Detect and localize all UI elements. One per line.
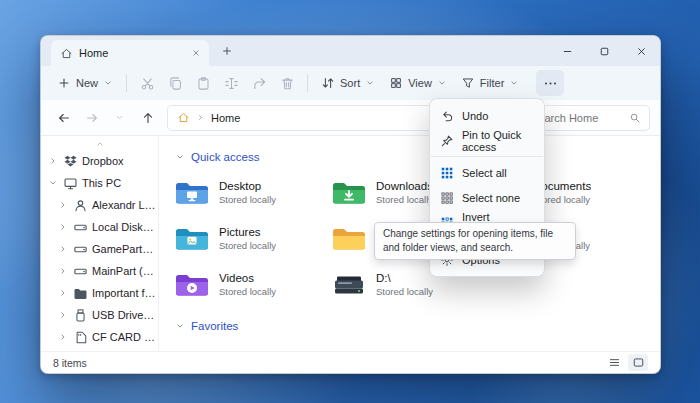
view-button-label: View — [408, 77, 432, 89]
sidebar-item-label: Dropbox — [82, 155, 124, 167]
sidebar-item-mainpart-f[interactable]: MainPart (F:) — [41, 260, 158, 282]
chevron-icon — [58, 332, 69, 342]
drive-icon — [73, 242, 88, 257]
forward-button[interactable] — [79, 105, 104, 130]
sidebar-item-this-pc[interactable]: This PC — [41, 172, 158, 194]
file-meta: Videos Stored locally — [219, 271, 276, 297]
chevron-icon — [58, 200, 69, 210]
file-item-pictures[interactable]: Pictures Stored locally — [175, 220, 332, 257]
favorites-header[interactable]: Favorites — [175, 317, 646, 335]
sort-button-label: Sort — [340, 77, 360, 89]
breadcrumb[interactable]: Home — [211, 112, 240, 124]
window-controls — [549, 36, 660, 66]
sidebar-scroll-up[interactable] — [41, 138, 158, 150]
menu-item-label: Select none — [462, 192, 520, 204]
sidebar-item-important-files[interactable]: Important files — [41, 282, 158, 304]
menu-item-undo[interactable]: Undo — [434, 103, 540, 128]
chevron-icon — [58, 266, 69, 276]
drive-icon — [73, 264, 88, 279]
maximize-icon — [598, 45, 611, 58]
search-icon — [629, 112, 641, 124]
sidebar-item-label: CF CARD 2 (J:) — [92, 331, 156, 343]
sidebar-item-label: MainPart (F:) — [92, 265, 156, 277]
file-subtitle: Stored locally — [376, 286, 433, 298]
dropbox-icon — [63, 154, 78, 169]
sidebar-item-user-folder[interactable]: Alexandr Lukas — [41, 194, 158, 216]
tab-close-button[interactable] — [187, 45, 204, 62]
file-meta: Desktop Stored locally — [219, 179, 276, 205]
section-title: Favorites — [191, 320, 238, 332]
chevron-icon — [58, 310, 69, 320]
recent-locations-button[interactable] — [107, 105, 132, 130]
share-button[interactable] — [245, 70, 273, 96]
view-button[interactable]: View — [382, 70, 454, 96]
arrow-up-icon — [141, 111, 155, 125]
options-tooltip: Change settings for opening items, file … — [374, 222, 576, 260]
file-explorer-window: Home New Sort View — [40, 35, 661, 374]
chevron-icon — [48, 178, 59, 188]
sidebar-list: Dropbox This PC Alexandr Lukas Local Dis… — [41, 150, 158, 348]
close-button[interactable] — [623, 36, 660, 66]
undo-icon — [440, 109, 454, 123]
arrow-left-icon — [57, 111, 71, 125]
toolbar-separator — [307, 74, 308, 92]
sort-button[interactable]: Sort — [314, 70, 382, 96]
sidebar-item-label: USB Drive (H:) — [92, 309, 156, 321]
share-icon — [252, 76, 267, 91]
sidebar-item-label: This PC — [82, 177, 121, 189]
new-button-label: New — [76, 77, 98, 89]
file-item-desktop[interactable]: Desktop Stored locally — [175, 174, 332, 211]
pictures-folder-icon — [175, 226, 209, 252]
rename-button[interactable] — [217, 70, 245, 96]
cut-button[interactable] — [133, 70, 161, 96]
paste-icon — [196, 76, 211, 91]
minimize-button[interactable] — [549, 36, 586, 66]
menu-item-pin-to-quick-access[interactable]: Pin to Quick access — [434, 128, 540, 153]
desktop-folder-icon — [175, 180, 209, 206]
sidebar-item-dropbox[interactable]: Dropbox — [41, 150, 158, 172]
file-name: Videos — [219, 271, 276, 285]
file-meta: Downloads Stored locally — [376, 179, 433, 205]
up-button[interactable] — [135, 105, 160, 130]
copy-icon — [168, 76, 183, 91]
menu-item-select-none[interactable]: Select none — [434, 185, 540, 210]
videos-folder-icon — [175, 272, 209, 298]
chevron-down-icon — [365, 78, 375, 88]
new-button[interactable]: New — [50, 70, 120, 96]
file-item-videos[interactable]: Videos Stored locally — [175, 266, 332, 303]
downloads-folder-icon — [332, 180, 366, 206]
tab-home[interactable]: Home — [51, 40, 209, 66]
quick-access-header[interactable]: Quick access — [175, 148, 646, 166]
copy-button[interactable] — [161, 70, 189, 96]
thumbnails-view-button[interactable] — [628, 354, 648, 371]
minimize-icon — [561, 45, 574, 58]
see-more-button[interactable] — [536, 70, 564, 96]
sidebar-item-gamepart-e[interactable]: GamePart (E:) — [41, 238, 158, 260]
details-view-button[interactable] — [604, 354, 624, 371]
sidebar-item-cf-card-j[interactable]: CF CARD 2 (J:) — [41, 326, 158, 348]
arrow-right-icon — [85, 111, 99, 125]
chevron-icon — [58, 222, 69, 232]
filter-button[interactable]: Filter — [454, 70, 526, 96]
delete-button[interactable] — [273, 70, 301, 96]
file-meta: Pictures Stored locally — [219, 225, 276, 251]
chevron-down-icon — [509, 78, 519, 88]
file-name: D:\ — [376, 271, 433, 285]
plus-icon — [57, 76, 71, 90]
back-button[interactable] — [51, 105, 76, 130]
chevron-down-icon — [114, 112, 125, 123]
drive-icon — [73, 220, 88, 235]
sidebar-item-usb-drive-h[interactable]: USB Drive (H:) — [41, 304, 158, 326]
sidebar-item-label: GamePart (E:) — [92, 243, 156, 255]
thumbnails-view-icon — [632, 356, 645, 369]
toolbar-separator — [126, 74, 127, 92]
new-tab-button[interactable] — [216, 40, 238, 62]
sort-icon — [321, 76, 335, 90]
tab-title: Home — [79, 47, 181, 59]
menu-item-select-all[interactable]: Select all — [434, 160, 540, 185]
maximize-button[interactable] — [586, 36, 623, 66]
chevron-up-icon — [95, 139, 105, 149]
paste-button[interactable] — [189, 70, 217, 96]
sidebar-item-local-disk-c[interactable]: Local Disk (C:) — [41, 216, 158, 238]
menu-item-label: Select all — [462, 167, 507, 179]
